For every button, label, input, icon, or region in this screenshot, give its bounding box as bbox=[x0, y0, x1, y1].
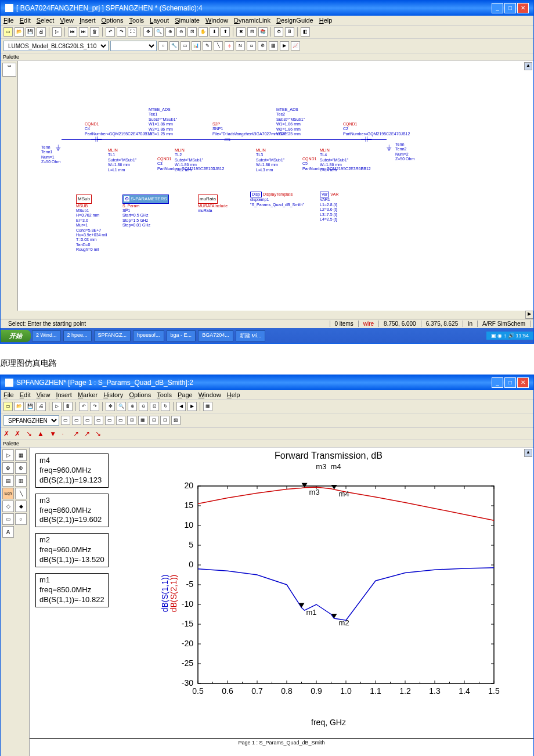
tune-icon[interactable]: 🎚 bbox=[285, 27, 294, 37]
close-button[interactable]: ✕ bbox=[517, 3, 529, 13]
menu-tools[interactable]: Tools bbox=[129, 17, 144, 24]
grid1-icon[interactable]: ⊞ bbox=[127, 416, 136, 425]
zoom-in-icon[interactable]: ⊕ bbox=[128, 402, 137, 411]
grid2-icon[interactable]: ▦ bbox=[138, 416, 147, 425]
menu-help[interactable]: Help bbox=[227, 391, 240, 398]
zoom-fit-icon[interactable]: ⊡ bbox=[150, 402, 159, 411]
results-icon[interactable]: 📈 bbox=[291, 41, 300, 51]
simulate-icon[interactable]: ⚙ bbox=[274, 27, 283, 37]
refresh-icon[interactable]: ↻ bbox=[161, 402, 170, 411]
sim-icon[interactable]: ▶ bbox=[280, 41, 289, 51]
msub-component[interactable]: MSub MSUB MSub1 H=0.762 mm Er=3.6 Mur=1 … bbox=[76, 195, 107, 253]
print-icon[interactable]: 🖨 bbox=[37, 27, 46, 37]
var-component[interactable]: Var VAR VAR1 L1=2.8 {t} L2=3.6 {t} L3=7.… bbox=[320, 192, 338, 222]
grid3-icon[interactable]: ⊟ bbox=[149, 416, 158, 425]
system-tray[interactable]: ▣ ◉ ↕ 🔊 11:54 bbox=[486, 332, 533, 340]
menu-dynamiclink[interactable]: DynamicLink bbox=[234, 17, 270, 24]
pop-icon[interactable]: ⬆ bbox=[221, 27, 230, 37]
p5-icon[interactable]: ▭ bbox=[105, 416, 114, 425]
rect-icon[interactable]: ▭ bbox=[181, 41, 190, 51]
eqn-tool[interactable]: Eqn bbox=[2, 488, 14, 499]
term2-symbol[interactable]: ⏚ bbox=[387, 142, 391, 152]
zoom-window-icon[interactable]: 🔍 bbox=[154, 27, 164, 37]
name-icon[interactable]: N bbox=[236, 41, 245, 51]
spanner-icon[interactable]: 🔧 bbox=[169, 41, 179, 51]
design-icon[interactable]: ◧ bbox=[301, 27, 310, 37]
menu-help[interactable]: Help bbox=[319, 17, 333, 24]
history-selector[interactable] bbox=[110, 41, 157, 51]
menu-insert[interactable]: Insert bbox=[56, 391, 72, 398]
marker-m3-box[interactable]: m3 freq=860.0MHz dB(S(2,1))=19.602 bbox=[35, 494, 109, 528]
menu-page[interactable]: Page bbox=[178, 391, 193, 398]
menu-options[interactable]: Options bbox=[129, 391, 151, 398]
menu-file[interactable]: File bbox=[3, 391, 14, 398]
text-tool[interactable]: A bbox=[2, 526, 14, 538]
circle-icon[interactable]: ○ bbox=[158, 41, 168, 51]
menu-window[interactable]: Window bbox=[205, 17, 228, 24]
p1-icon[interactable]: ▭ bbox=[61, 416, 70, 425]
zoom-fit-icon[interactable]: ⊡ bbox=[187, 27, 197, 37]
menu-options[interactable]: Options bbox=[102, 17, 124, 24]
start-button[interactable]: 开始 bbox=[1, 330, 31, 342]
schematic-canvas[interactable]: ▲ Term Term1 Num=1 Z=50 Ohm ⏚ CQND1 C4 P… bbox=[18, 61, 533, 311]
undo-icon[interactable]: ↶ bbox=[79, 402, 88, 411]
murata-component[interactable]: muRata MURATAInclude muRata bbox=[198, 195, 228, 213]
circle-tool[interactable]: ○ bbox=[15, 513, 27, 525]
menu-layout[interactable]: Layout bbox=[150, 17, 169, 24]
new-icon[interactable]: ▭ bbox=[3, 27, 13, 37]
marker-tools[interactable]: ✗ ✗ ↘ ▲ ▼ · bbox=[3, 430, 66, 438]
menu-window[interactable]: Window bbox=[199, 391, 221, 398]
zoom-out-icon[interactable]: ⊖ bbox=[176, 27, 186, 37]
page-prev-icon[interactable]: ◀ bbox=[176, 402, 186, 411]
menu-designguide[interactable]: DesignGuide bbox=[276, 17, 313, 24]
menu-edit[interactable]: Edit bbox=[20, 17, 31, 24]
component-selector[interactable]: LUMOS_Model_BLC8G20LS_110 bbox=[3, 41, 109, 51]
p4-icon[interactable]: ▭ bbox=[94, 416, 103, 425]
undo-icon[interactable]: ↶ bbox=[106, 27, 115, 37]
menu-marker[interactable]: Marker bbox=[78, 391, 98, 398]
menu-tools[interactable]: Tools bbox=[157, 391, 172, 398]
end-left-icon[interactable]: ⏮ bbox=[68, 27, 77, 37]
list-tool[interactable]: ▥ bbox=[15, 475, 27, 487]
task-item[interactable]: 2 hpee... bbox=[63, 330, 92, 341]
task-item[interactable]: BGA7204... bbox=[198, 330, 233, 341]
print-icon[interactable]: 🖨 bbox=[37, 402, 46, 411]
minimize-button[interactable]: _ bbox=[492, 3, 503, 13]
redo-icon[interactable]: ↷ bbox=[117, 27, 126, 37]
page-selector[interactable]: SPFANGZHEN bbox=[3, 415, 59, 426]
open-icon[interactable]: 📂 bbox=[15, 402, 24, 411]
ground-icon[interactable]: ⏚ bbox=[225, 41, 234, 51]
term1-symbol[interactable]: ⏚ bbox=[56, 142, 60, 152]
line-tool[interactable]: ╲ bbox=[15, 488, 27, 499]
delete-icon[interactable]: 🗑 bbox=[63, 402, 73, 411]
gear-icon[interactable]: ⚙ bbox=[258, 41, 267, 51]
task-item[interactable]: 2 Wind... bbox=[32, 330, 61, 341]
chart-icon[interactable]: 📊 bbox=[192, 41, 201, 51]
deactivate-icon[interactable]: ✖ bbox=[236, 27, 246, 37]
menu-insert[interactable]: Insert bbox=[80, 17, 96, 24]
edit-icon[interactable]: ✎ bbox=[203, 41, 212, 51]
menu-view[interactable]: View bbox=[37, 391, 50, 398]
dataset-icon[interactable]: ▦ bbox=[203, 402, 212, 411]
zoom-window-icon[interactable]: 🔍 bbox=[117, 402, 126, 411]
zoom-extents-icon[interactable]: ⛶ bbox=[128, 27, 137, 37]
library-icon[interactable]: 📚 bbox=[258, 27, 268, 37]
var-icon[interactable]: ⧈ bbox=[247, 41, 256, 51]
delete-icon[interactable]: 🗑 bbox=[90, 27, 99, 37]
task-item[interactable]: hpeesof... bbox=[133, 330, 164, 341]
menu-simulate[interactable]: Simulate bbox=[175, 17, 200, 24]
rect-plot-tool[interactable]: ▦ bbox=[15, 449, 27, 461]
move-icon[interactable]: ✥ bbox=[143, 27, 153, 37]
scroll-up-icon[interactable]: ▲ bbox=[524, 449, 532, 457]
grid5-icon[interactable]: ▧ bbox=[171, 416, 181, 425]
new-icon[interactable]: ▭ bbox=[3, 402, 13, 411]
titlebar-2[interactable]: SPFANGZHEN* [Page 1 : S_Params_Quad_dB_S… bbox=[1, 375, 533, 390]
smith-tool[interactable]: ⊛ bbox=[15, 462, 27, 474]
redo-icon[interactable]: ↷ bbox=[90, 402, 99, 411]
sparam-component[interactable]: ⚙ S-PARAMETERS S_Param SP1 Start=0.5 GHz… bbox=[122, 195, 169, 228]
end-right-icon[interactable]: ⏭ bbox=[79, 27, 88, 37]
menu-view[interactable]: View bbox=[60, 17, 74, 24]
maximize-button[interactable]: □ bbox=[504, 377, 516, 388]
minimize-button[interactable]: _ bbox=[492, 377, 503, 388]
menu-select[interactable]: Select bbox=[37, 17, 55, 24]
